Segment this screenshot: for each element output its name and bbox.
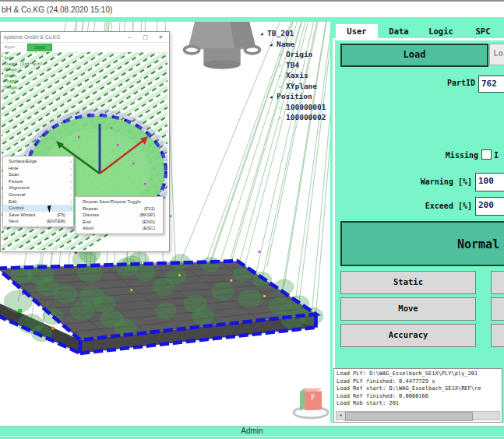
menu-item-control[interactable]: Control›	[3, 205, 73, 212]
menu-item-hole[interactable]: Hole›	[3, 165, 73, 172]
submenu-arrow-icon: ›	[70, 205, 72, 212]
tab-user[interactable]: User	[336, 24, 378, 39]
menu-item-label: Abort	[83, 226, 93, 230]
tab-spc[interactable]: SPC	[462, 24, 504, 39]
tab-data[interactable]: Data	[378, 24, 420, 39]
collapsed-icon[interactable]: ▷	[279, 112, 286, 123]
collapsed-icon[interactable]: ▷	[279, 81, 286, 92]
collapsed-icon[interactable]: ▷	[279, 60, 286, 71]
log-panel[interactable]: Load PLY: D:\WAG_Esselbach_SE1X\PLY\ply_…	[333, 368, 502, 423]
menu-item-shortcut: (ESC)	[143, 225, 155, 232]
collapsed-icon[interactable]: ▷	[279, 102, 286, 113]
log-line: Load Ref finished: 0.0060166	[337, 393, 502, 401]
submenu-item-abort[interactable]: Abort(ESC)	[76, 225, 163, 232]
part-id-label: PartID	[396, 79, 475, 87]
static-secondary-button[interactable]	[491, 271, 504, 294]
expanded-icon[interactable]: ◢	[270, 39, 277, 50]
viewer-list-item[interactable]: Scan	[4, 55, 58, 61]
tree-item-tb4[interactable]: ▷TB4	[260, 60, 330, 71]
app-title: bH & Co.KG (24.08.2020 15:10)	[2, 5, 112, 14]
tree-item-label: Xaxis	[286, 71, 308, 79]
tree-item-100000001[interactable]: ▷100000001	[260, 102, 330, 113]
load-button[interactable]: Load	[340, 44, 488, 67]
panel-tabs: UserDataLogicSPC	[336, 23, 504, 38]
viewer-titlebar[interactable]: systeme GmbH & Co.KG – ▢ ✕	[1, 32, 169, 43]
viewer-list-item[interactable]: Shape	[4, 73, 58, 79]
tree-item-xaxis[interactable]: ▷Xaxis	[260, 70, 330, 81]
viewer-list-item[interactable]: Shape	[4, 85, 58, 91]
menu-item-general[interactable]: General›	[3, 191, 73, 198]
log-horizontal-scrollbar[interactable]: ◂	[336, 411, 500, 420]
maximize-icon[interactable]: ▢	[140, 33, 150, 41]
expanded-icon[interactable]: ◢	[260, 28, 267, 39]
static-button[interactable]: Static	[340, 271, 476, 294]
tree-item-tb_201[interactable]: ◢TB_201	[260, 28, 330, 39]
view-orientation-cube[interactable]: F	[288, 385, 330, 420]
menu-item-scan[interactable]: Scan›	[3, 171, 73, 178]
tree-item-xyplane[interactable]: ▷XYplane	[260, 81, 330, 92]
menu-item-label: Save Wizard	[9, 212, 35, 217]
missing-checkbox[interactable]	[481, 149, 492, 160]
tree-item-label: Name	[277, 40, 294, 48]
move-button[interactable]: Move	[340, 297, 476, 321]
log-line: Load PLY finished: 0.4477729 s	[337, 378, 502, 386]
menu-item-alignment[interactable]: Alignment›	[3, 184, 73, 191]
collapsed-icon[interactable]: ▷	[279, 49, 286, 60]
tree-item-label: 100000001	[286, 103, 326, 111]
submenu-item-end[interactable]: End(END)	[76, 219, 163, 226]
normal-status-label: Normal	[457, 237, 499, 251]
accuracy-button[interactable]: Accuracy	[340, 324, 476, 347]
menu-item-shortcut: (F11)	[144, 205, 155, 212]
submenu-arrow-icon: ›	[70, 191, 72, 198]
submenu-arrow-icon: ›	[70, 165, 72, 172]
main-3d-viewport[interactable]: ◢TB_201◢Name▷Origin▷TB4▷Xaxis▷XYplane◢Po…	[0, 22, 330, 423]
tree-item-label: Position	[277, 92, 312, 100]
exceed-label: Exceed [%]	[379, 202, 472, 210]
menu-item-label: Surface/Edge	[9, 159, 37, 163]
status-badge: 10000	[27, 44, 52, 51]
tree-item-100000002[interactable]: ▷100000002	[260, 112, 330, 123]
submenu-item-repeat[interactable]: Repeat(F11)	[76, 205, 163, 212]
feature-tree: ◢TB_201◢Name▷Origin▷TB4▷Xaxis▷XYplane◢Po…	[260, 28, 330, 123]
viewer-list-item[interactable]: Shape	[4, 79, 58, 85]
move-secondary-button[interactable]	[491, 297, 504, 321]
menu-item-label: End	[83, 220, 91, 224]
menu-item-label: Next	[9, 219, 18, 223]
close-icon[interactable]: ✕	[156, 33, 166, 41]
menu-item-fixture[interactable]: Fixture›	[3, 178, 73, 185]
submenu-arrow-icon: ›	[70, 171, 72, 178]
tree-item-label: XYplane	[286, 82, 317, 90]
submenu-arrow-icon: ›	[70, 198, 72, 205]
menu-item-edit[interactable]: Edit›	[3, 198, 73, 205]
exceed-field[interactable]: 200	[475, 197, 504, 216]
tree-item-label: 100000002	[286, 113, 326, 121]
tree-item-position[interactable]: ◢Position	[260, 91, 330, 102]
tree-item-label: Origin	[286, 50, 312, 58]
control-panel: UserDataLogicSPC Load Loa PartID 762 Mis…	[330, 22, 504, 423]
part-id-field[interactable]: 762	[478, 76, 504, 93]
menu-item-save-wizard[interactable]: Save Wizard(F5)	[3, 212, 73, 219]
viewer-list-item[interactable]: Shape	[4, 67, 58, 73]
menu-item-surface-edge[interactable]: Surface/Edge›	[3, 158, 73, 165]
minimize-icon[interactable]: –	[125, 33, 135, 41]
submenu-item-dismiss[interactable]: Dismiss(BKSP)	[76, 212, 163, 219]
sensor-head	[185, 22, 260, 69]
menu-item-next[interactable]: Next(ENTER)	[3, 218, 73, 225]
tab-logic[interactable]: Logic	[420, 24, 462, 39]
tree-item-origin[interactable]: ▷Origin	[260, 49, 330, 60]
load-secondary-button[interactable]: Loa	[489, 44, 504, 65]
log-line: Load Rob start: 201	[337, 400, 502, 408]
menu-item-shortcut: (F5)	[57, 212, 65, 219]
scrollbar-thumb[interactable]	[345, 412, 473, 421]
normal-status-button[interactable]: Normal	[340, 221, 504, 266]
collapsed-icon[interactable]: ▷	[279, 70, 286, 81]
warning-field[interactable]: 100	[475, 173, 504, 191]
scroll-left-icon[interactable]: ◂	[337, 412, 344, 420]
context-submenu: Repeat Save/Repeat ToggleRepeat(F11)Dism…	[75, 196, 164, 234]
menu-item-shortcut: (END)	[142, 219, 155, 226]
status-user: Admin	[241, 427, 263, 435]
viewer-list-item[interactable]: Shape (Extract)	[4, 61, 58, 68]
expanded-icon[interactable]: ◢	[270, 91, 277, 102]
tree-item-name[interactable]: ◢Name	[260, 39, 330, 50]
accuracy-secondary-button[interactable]	[491, 324, 504, 347]
